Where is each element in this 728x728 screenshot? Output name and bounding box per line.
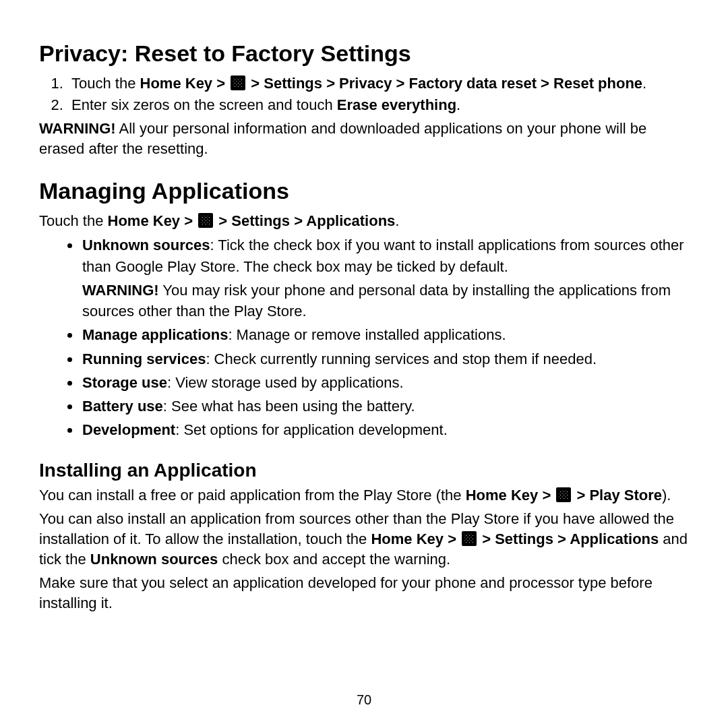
heading-installing-application: Installing an Application (39, 460, 689, 481)
apps-grid-icon (231, 75, 245, 90)
step-bold: Erase everything (337, 96, 456, 113)
sub-warning: WARNING! You may risk your phone and per… (82, 280, 689, 322)
install-paragraph-2: You can also install an application from… (39, 509, 689, 569)
warning-label: WARNING! (39, 120, 116, 137)
apps-grid-icon (556, 487, 571, 502)
heading-managing-applications: Managing Applications (39, 178, 689, 204)
list-item: Touch the Home Key > > Settings > Privac… (67, 73, 689, 94)
p-bold: Unknown sources (90, 551, 218, 568)
applications-options-list: Unknown sources: Tick the check box if y… (39, 235, 689, 440)
install-paragraph-3: Make sure that you select an application… (39, 573, 689, 613)
p-path: Home Key > (371, 530, 460, 547)
intro-text: Touch the (39, 212, 108, 229)
option-text: : Set options for application developmen… (175, 421, 448, 438)
step-text: Touch the (71, 75, 140, 92)
intro-paragraph: Touch the Home Key > > Settings > Applic… (39, 211, 689, 231)
page-number: 70 (0, 692, 728, 708)
heading-privacy-reset: Privacy: Reset to Factory Settings (39, 40, 689, 67)
list-item: Unknown sources: Tick the check box if y… (81, 235, 689, 322)
apps-grid-icon (198, 213, 213, 228)
option-text: : Manage or remove installed application… (228, 326, 506, 343)
option-text: : Check currently running services and s… (206, 351, 597, 367)
p-text: You can install a free or paid applicati… (39, 487, 466, 504)
step-path: Home Key > (140, 75, 230, 92)
list-item: Running services: Check currently runnin… (81, 348, 689, 369)
p-text: ). (662, 487, 671, 504)
intro-text: . (395, 212, 399, 229)
p-path: > Settings > Applications (478, 530, 659, 547)
warning-paragraph: WARNING! All your personal information a… (39, 119, 689, 158)
option-label: Running services (82, 351, 206, 367)
step-text: Enter six zeros on the screen and touch (71, 96, 337, 113)
warning-text: All your personal information and downlo… (39, 120, 646, 157)
option-text: : See what has been using the battery. (163, 398, 415, 415)
manual-page: Privacy: Reset to Factory Settings Touch… (0, 0, 728, 728)
reset-steps-list: Touch the Home Key > > Settings > Privac… (39, 73, 689, 115)
step-text: . (642, 75, 646, 92)
list-item: Manage applications: Manage or remove in… (81, 324, 689, 345)
install-paragraph-1: You can install a free or paid applicati… (39, 485, 689, 506)
option-label: Development (82, 421, 175, 438)
option-label: Manage applications (82, 326, 228, 343)
option-text: : View storage used by applications. (167, 374, 404, 391)
intro-path: Home Key > (108, 212, 198, 229)
warning-label: WARNING! (82, 282, 159, 299)
list-item: Storage use: View storage used by applic… (81, 372, 689, 393)
list-item: Battery use: See what has been using the… (81, 396, 689, 417)
warning-text: You may risk your phone and personal dat… (82, 282, 671, 320)
list-item: Development: Set options for application… (81, 419, 689, 440)
option-label: Unknown sources (82, 237, 210, 253)
step-text: . (456, 96, 460, 113)
apps-grid-icon (462, 531, 477, 546)
p-path: > Play Store (572, 487, 662, 504)
intro-path: > Settings > Applications (214, 212, 395, 229)
list-item: Enter six zeros on the screen and touch … (67, 95, 689, 115)
option-label: Battery use (82, 398, 163, 415)
step-path: > Settings > Privacy > Factory data rese… (247, 75, 642, 92)
option-label: Storage use (82, 374, 167, 391)
p-text: check box and accept the warning. (218, 551, 450, 568)
p-path: Home Key > (466, 487, 555, 504)
